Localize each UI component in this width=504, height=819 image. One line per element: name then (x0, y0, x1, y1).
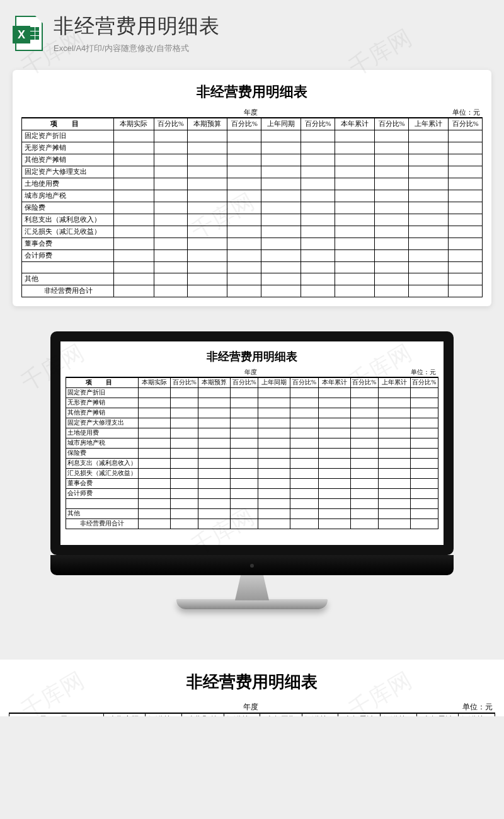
cell[interactable] (408, 154, 448, 166)
cell[interactable] (227, 262, 261, 273)
cell[interactable] (350, 428, 378, 438)
cell[interactable] (335, 142, 375, 154)
cell[interactable] (301, 273, 335, 285)
cell[interactable] (198, 418, 231, 428)
cell[interactable] (258, 449, 290, 459)
cell[interactable] (114, 202, 154, 214)
cell[interactable] (154, 262, 188, 273)
cell[interactable] (258, 398, 290, 408)
cell[interactable] (408, 250, 448, 262)
cell[interactable] (188, 238, 227, 250)
cell[interactable] (114, 262, 154, 273)
cell[interactable] (114, 166, 154, 178)
cell[interactable] (350, 459, 378, 469)
cell[interactable] (335, 166, 375, 178)
cell[interactable] (154, 238, 188, 250)
cell[interactable] (261, 226, 301, 238)
cell[interactable] (350, 489, 378, 499)
cell[interactable] (318, 469, 350, 479)
cell[interactable] (375, 214, 409, 226)
cell[interactable] (335, 154, 375, 166)
cell[interactable] (198, 408, 231, 418)
cell[interactable] (114, 130, 154, 142)
cell[interactable] (375, 178, 409, 190)
cell[interactable] (378, 479, 410, 489)
cell[interactable] (198, 428, 231, 438)
cell[interactable] (139, 509, 171, 519)
cell[interactable] (301, 214, 335, 226)
cell[interactable] (350, 479, 378, 489)
cell[interactable] (410, 469, 438, 479)
cell[interactable] (198, 519, 231, 529)
cell[interactable] (335, 214, 375, 226)
cell[interactable] (318, 438, 350, 449)
cell[interactable] (139, 489, 171, 499)
cell[interactable] (227, 250, 261, 262)
cell[interactable] (154, 154, 188, 166)
cell[interactable] (408, 130, 448, 142)
cell[interactable] (449, 178, 483, 190)
cell[interactable] (114, 273, 154, 285)
cell[interactable] (139, 479, 171, 489)
cell[interactable] (378, 519, 410, 529)
cell[interactable] (154, 202, 188, 214)
cell[interactable] (408, 238, 448, 250)
cell[interactable] (171, 428, 198, 438)
cell[interactable] (154, 130, 188, 142)
cell[interactable] (261, 142, 301, 154)
cell[interactable] (449, 238, 483, 250)
cell[interactable] (335, 130, 375, 142)
cell[interactable] (231, 388, 258, 398)
cell[interactable] (375, 250, 409, 262)
cell[interactable] (114, 178, 154, 190)
cell[interactable] (350, 408, 378, 418)
cell[interactable] (318, 509, 350, 519)
cell[interactable] (188, 190, 227, 202)
cell[interactable] (231, 519, 258, 529)
cell[interactable] (198, 449, 231, 459)
cell[interactable] (188, 226, 227, 238)
cell[interactable] (410, 449, 438, 459)
cell[interactable] (335, 178, 375, 190)
cell[interactable] (258, 499, 290, 509)
cell[interactable] (318, 479, 350, 489)
cell[interactable] (154, 250, 188, 262)
cell[interactable] (154, 214, 188, 226)
cell[interactable] (258, 479, 290, 489)
cell[interactable] (290, 388, 318, 398)
cell[interactable] (290, 428, 318, 438)
cell[interactable] (261, 202, 301, 214)
cell[interactable] (154, 226, 188, 238)
cell[interactable] (408, 190, 448, 202)
cell[interactable] (227, 142, 261, 154)
cell[interactable] (154, 166, 188, 178)
cell[interactable] (335, 285, 375, 297)
cell[interactable] (231, 459, 258, 469)
cell[interactable] (290, 418, 318, 428)
cell[interactable] (378, 398, 410, 408)
cell[interactable] (227, 273, 261, 285)
cell[interactable] (290, 398, 318, 408)
cell[interactable] (410, 388, 438, 398)
cell[interactable] (350, 438, 378, 449)
cell[interactable] (335, 238, 375, 250)
cell[interactable] (227, 238, 261, 250)
cell[interactable] (139, 438, 171, 449)
cell[interactable] (449, 273, 483, 285)
cell[interactable] (198, 398, 231, 408)
cell[interactable] (350, 418, 378, 428)
cell[interactable] (171, 459, 198, 469)
cell[interactable] (378, 418, 410, 428)
cell[interactable] (350, 469, 378, 479)
cell[interactable] (375, 262, 409, 273)
cell[interactable] (375, 190, 409, 202)
cell[interactable] (227, 130, 261, 142)
cell[interactable] (227, 226, 261, 238)
cell[interactable] (408, 262, 448, 273)
cell[interactable] (449, 285, 483, 297)
cell[interactable] (139, 499, 171, 509)
cell[interactable] (335, 202, 375, 214)
cell[interactable] (198, 388, 231, 398)
cell[interactable] (378, 408, 410, 418)
cell[interactable] (350, 509, 378, 519)
